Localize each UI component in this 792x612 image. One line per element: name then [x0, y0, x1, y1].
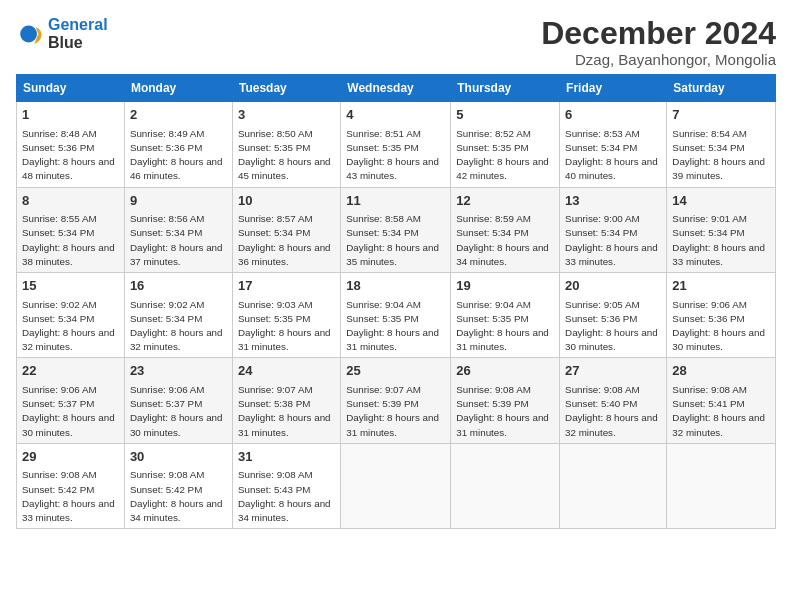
day-number: 21: [672, 277, 770, 295]
day-number: 1: [22, 106, 119, 124]
calendar-cell-w1-d5: 6 Sunrise: 8:53 AMSunset: 5:34 PMDayligh…: [560, 102, 667, 187]
day-detail: Sunrise: 9:01 AMSunset: 5:34 PMDaylight:…: [672, 213, 765, 267]
calendar-cell-w4-d4: 26 Sunrise: 9:08 AMSunset: 5:39 PMDaylig…: [451, 358, 560, 443]
day-detail: Sunrise: 9:03 AMSunset: 5:35 PMDaylight:…: [238, 299, 331, 353]
calendar-cell-w5-d1: 30 Sunrise: 9:08 AMSunset: 5:42 PMDaylig…: [124, 443, 232, 528]
day-detail: Sunrise: 9:06 AMSunset: 5:36 PMDaylight:…: [672, 299, 765, 353]
calendar-cell-w4-d2: 24 Sunrise: 9:07 AMSunset: 5:38 PMDaylig…: [232, 358, 340, 443]
day-detail: Sunrise: 9:04 AMSunset: 5:35 PMDaylight:…: [346, 299, 439, 353]
day-detail: Sunrise: 9:08 AMSunset: 5:42 PMDaylight:…: [22, 469, 115, 523]
calendar-cell-w4-d6: 28 Sunrise: 9:08 AMSunset: 5:41 PMDaylig…: [667, 358, 776, 443]
day-number: 15: [22, 277, 119, 295]
day-number: 28: [672, 362, 770, 380]
calendar-cell-w3-d0: 15 Sunrise: 9:02 AMSunset: 5:34 PMDaylig…: [17, 273, 125, 358]
calendar-week-5: 29 Sunrise: 9:08 AMSunset: 5:42 PMDaylig…: [17, 443, 776, 528]
day-detail: Sunrise: 8:52 AMSunset: 5:35 PMDaylight:…: [456, 128, 549, 182]
day-number: 16: [130, 277, 227, 295]
calendar-cell-w3-d5: 20 Sunrise: 9:05 AMSunset: 5:36 PMDaylig…: [560, 273, 667, 358]
day-number: 4: [346, 106, 445, 124]
day-detail: Sunrise: 9:08 AMSunset: 5:40 PMDaylight:…: [565, 384, 658, 438]
calendar-week-2: 8 Sunrise: 8:55 AMSunset: 5:34 PMDayligh…: [17, 187, 776, 272]
main-title: December 2024: [541, 16, 776, 51]
day-detail: Sunrise: 8:49 AMSunset: 5:36 PMDaylight:…: [130, 128, 223, 182]
calendar-cell-w1-d0: 1 Sunrise: 8:48 AMSunset: 5:36 PMDayligh…: [17, 102, 125, 187]
day-detail: Sunrise: 9:04 AMSunset: 5:35 PMDaylight:…: [456, 299, 549, 353]
day-number: 11: [346, 192, 445, 210]
day-detail: Sunrise: 8:53 AMSunset: 5:34 PMDaylight:…: [565, 128, 658, 182]
day-detail: Sunrise: 9:07 AMSunset: 5:38 PMDaylight:…: [238, 384, 331, 438]
header-monday: Monday: [124, 75, 232, 102]
day-number: 22: [22, 362, 119, 380]
day-detail: Sunrise: 9:05 AMSunset: 5:36 PMDaylight:…: [565, 299, 658, 353]
calendar-cell-w2-d0: 8 Sunrise: 8:55 AMSunset: 5:34 PMDayligh…: [17, 187, 125, 272]
calendar-week-3: 15 Sunrise: 9:02 AMSunset: 5:34 PMDaylig…: [17, 273, 776, 358]
day-detail: Sunrise: 9:08 AMSunset: 5:39 PMDaylight:…: [456, 384, 549, 438]
calendar-header-row: Sunday Monday Tuesday Wednesday Thursday…: [17, 75, 776, 102]
calendar-cell-w4-d1: 23 Sunrise: 9:06 AMSunset: 5:37 PMDaylig…: [124, 358, 232, 443]
day-detail: Sunrise: 8:55 AMSunset: 5:34 PMDaylight:…: [22, 213, 115, 267]
calendar-cell-w3-d2: 17 Sunrise: 9:03 AMSunset: 5:35 PMDaylig…: [232, 273, 340, 358]
day-detail: Sunrise: 9:06 AMSunset: 5:37 PMDaylight:…: [22, 384, 115, 438]
day-number: 29: [22, 448, 119, 466]
calendar-cell-w4-d5: 27 Sunrise: 9:08 AMSunset: 5:40 PMDaylig…: [560, 358, 667, 443]
day-detail: Sunrise: 9:08 AMSunset: 5:43 PMDaylight:…: [238, 469, 331, 523]
calendar-cell-w3-d3: 18 Sunrise: 9:04 AMSunset: 5:35 PMDaylig…: [341, 273, 451, 358]
day-number: 8: [22, 192, 119, 210]
day-number: 7: [672, 106, 770, 124]
calendar-cell-w2-d5: 13 Sunrise: 9:00 AMSunset: 5:34 PMDaylig…: [560, 187, 667, 272]
calendar-cell-w1-d4: 5 Sunrise: 8:52 AMSunset: 5:35 PMDayligh…: [451, 102, 560, 187]
day-number: 3: [238, 106, 335, 124]
calendar-cell-w2-d4: 12 Sunrise: 8:59 AMSunset: 5:34 PMDaylig…: [451, 187, 560, 272]
day-detail: Sunrise: 8:56 AMSunset: 5:34 PMDaylight:…: [130, 213, 223, 267]
svg-point-0: [20, 25, 37, 42]
day-number: 13: [565, 192, 661, 210]
calendar-cell-w2-d6: 14 Sunrise: 9:01 AMSunset: 5:34 PMDaylig…: [667, 187, 776, 272]
title-block: December 2024 Dzag, Bayanhongor, Mongoli…: [541, 16, 776, 68]
calendar-cell-w2-d3: 11 Sunrise: 8:58 AMSunset: 5:34 PMDaylig…: [341, 187, 451, 272]
day-number: 30: [130, 448, 227, 466]
header-tuesday: Tuesday: [232, 75, 340, 102]
day-detail: Sunrise: 8:58 AMSunset: 5:34 PMDaylight:…: [346, 213, 439, 267]
calendar-cell-w1-d2: 3 Sunrise: 8:50 AMSunset: 5:35 PMDayligh…: [232, 102, 340, 187]
day-number: 10: [238, 192, 335, 210]
day-number: 6: [565, 106, 661, 124]
day-number: 9: [130, 192, 227, 210]
day-detail: Sunrise: 9:08 AMSunset: 5:42 PMDaylight:…: [130, 469, 223, 523]
day-number: 17: [238, 277, 335, 295]
logo-icon: [16, 20, 44, 48]
day-number: 26: [456, 362, 554, 380]
header-friday: Friday: [560, 75, 667, 102]
day-number: 20: [565, 277, 661, 295]
day-detail: Sunrise: 9:00 AMSunset: 5:34 PMDaylight:…: [565, 213, 658, 267]
calendar-cell-w2-d2: 10 Sunrise: 8:57 AMSunset: 5:34 PMDaylig…: [232, 187, 340, 272]
calendar-cell-w5-d5: [560, 443, 667, 528]
calendar-cell-w4-d0: 22 Sunrise: 9:06 AMSunset: 5:37 PMDaylig…: [17, 358, 125, 443]
day-detail: Sunrise: 8:59 AMSunset: 5:34 PMDaylight:…: [456, 213, 549, 267]
day-number: 23: [130, 362, 227, 380]
calendar-cell-w3-d4: 19 Sunrise: 9:04 AMSunset: 5:35 PMDaylig…: [451, 273, 560, 358]
day-number: 2: [130, 106, 227, 124]
calendar-cell-w5-d4: [451, 443, 560, 528]
calendar-week-1: 1 Sunrise: 8:48 AMSunset: 5:36 PMDayligh…: [17, 102, 776, 187]
logo-text: General Blue: [48, 16, 108, 51]
logo: General Blue: [16, 16, 108, 51]
day-detail: Sunrise: 9:06 AMSunset: 5:37 PMDaylight:…: [130, 384, 223, 438]
calendar-cell-w5-d6: [667, 443, 776, 528]
day-number: 19: [456, 277, 554, 295]
page-container: General Blue December 2024 Dzag, Bayanho…: [0, 0, 792, 537]
day-detail: Sunrise: 9:08 AMSunset: 5:41 PMDaylight:…: [672, 384, 765, 438]
calendar-cell-w5-d0: 29 Sunrise: 9:08 AMSunset: 5:42 PMDaylig…: [17, 443, 125, 528]
day-number: 12: [456, 192, 554, 210]
header-thursday: Thursday: [451, 75, 560, 102]
calendar-cell-w3-d1: 16 Sunrise: 9:02 AMSunset: 5:34 PMDaylig…: [124, 273, 232, 358]
day-number: 14: [672, 192, 770, 210]
day-number: 25: [346, 362, 445, 380]
calendar-table: Sunday Monday Tuesday Wednesday Thursday…: [16, 74, 776, 529]
header: General Blue December 2024 Dzag, Bayanho…: [16, 16, 776, 68]
header-saturday: Saturday: [667, 75, 776, 102]
header-sunday: Sunday: [17, 75, 125, 102]
day-detail: Sunrise: 8:54 AMSunset: 5:34 PMDaylight:…: [672, 128, 765, 182]
day-detail: Sunrise: 8:50 AMSunset: 5:35 PMDaylight:…: [238, 128, 331, 182]
calendar-cell-w3-d6: 21 Sunrise: 9:06 AMSunset: 5:36 PMDaylig…: [667, 273, 776, 358]
calendar-cell-w1-d1: 2 Sunrise: 8:49 AMSunset: 5:36 PMDayligh…: [124, 102, 232, 187]
